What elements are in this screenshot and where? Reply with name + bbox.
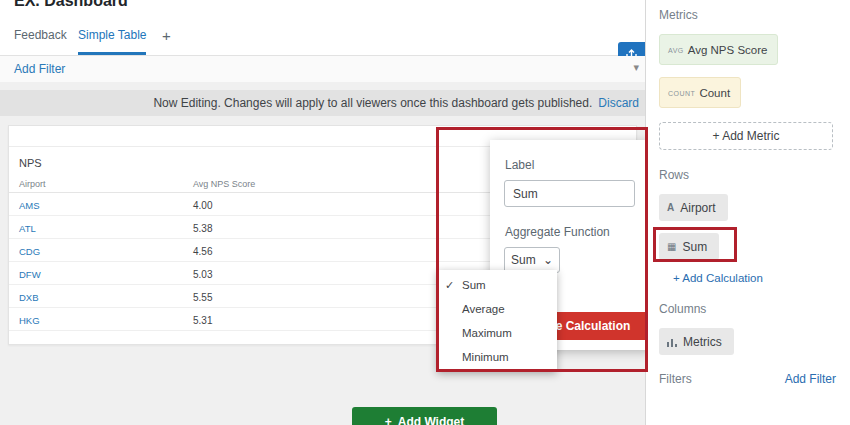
add-tab-button[interactable]: + [162, 16, 171, 55]
discard-link[interactable]: Discard [598, 96, 639, 110]
score-value: 4.00 [193, 200, 212, 211]
airport-link[interactable]: DXB [19, 292, 39, 303]
sidebar-add-filter-link[interactable]: Add Filter [785, 372, 836, 386]
row-chip-airport[interactable]: A Airport [659, 194, 728, 221]
dropdown-option-maximum[interactable]: Maximum [437, 321, 557, 345]
score-value: 5.38 [193, 223, 212, 234]
column-chip-label: Metrics [683, 335, 722, 349]
dropdown-option-label: Maximum [462, 327, 512, 339]
aggregate-function-heading: Aggregate Function [505, 225, 650, 239]
label-heading: Label [505, 158, 650, 172]
metric-type-tag: COUNT [668, 90, 695, 97]
metrics-heading: Metrics [659, 8, 850, 22]
column-chip-metrics[interactable]: Metrics [659, 328, 734, 355]
dropdown-option-label: Minimum [462, 351, 509, 363]
row-chip-label: Airport [680, 201, 715, 215]
check-icon: ✓ [445, 273, 454, 297]
metric-label: Count [699, 87, 730, 99]
metric-type-tag: AVG [668, 47, 684, 54]
airport-link[interactable]: AMS [19, 200, 40, 211]
plus-icon: + [385, 415, 392, 425]
metric-label: Avg NPS Score [688, 44, 768, 56]
column-header-airport: Airport [9, 175, 193, 192]
grid-icon: ▦ [667, 241, 676, 252]
dashboard-title: EX. Dashboard [14, 0, 128, 10]
filter-bar: Add Filter ▾ [0, 56, 645, 82]
dropdown-option-label: Sum [462, 279, 486, 291]
row-chip-sum[interactable]: ▦ Sum [659, 233, 719, 260]
filters-row: Filters Add Filter [659, 372, 836, 386]
row-chip-label: Sum [682, 240, 707, 254]
filters-heading: Filters [659, 372, 692, 386]
columns-heading: Columns [659, 302, 850, 316]
aggregate-selected-value: Sum [511, 253, 536, 267]
dropdown-option-label: Average [462, 303, 505, 315]
tab-bar: Feedback Simple Table + [0, 16, 645, 56]
airport-link[interactable]: CDG [19, 246, 40, 257]
score-value: 5.55 [193, 292, 212, 303]
add-filter-link[interactable]: Add Filter [14, 62, 65, 76]
text-field-icon: A [667, 202, 674, 213]
editing-banner-message: Now Editing. Changes will apply to all v… [153, 96, 592, 110]
screen: EX. Dashboard Feedback Simple Table + Ad… [0, 0, 850, 425]
airport-link[interactable]: ATL [19, 223, 36, 234]
dropdown-option-minimum[interactable]: Minimum [437, 345, 557, 369]
add-widget-button[interactable]: + Add Widget [352, 407, 497, 425]
dropdown-option-average[interactable]: Average [437, 297, 557, 321]
airport-link[interactable]: DFW [19, 269, 41, 280]
add-metric-button[interactable]: + Add Metric [659, 122, 833, 150]
chevron-down-icon[interactable]: ▾ [633, 61, 639, 74]
score-value: 4.56 [193, 246, 212, 257]
score-value: 5.31 [193, 315, 212, 326]
metric-count[interactable]: COUNTCount [659, 77, 741, 108]
label-input[interactable] [504, 180, 635, 207]
select-caret-icon: ⌄ [543, 253, 553, 267]
dropdown-option-sum[interactable]: ✓ Sum [437, 273, 557, 297]
airport-link[interactable]: HKG [19, 315, 40, 326]
metric-avg-nps-score[interactable]: AVGAvg NPS Score [659, 34, 778, 65]
app-header: EX. Dashboard [0, 0, 645, 16]
rows-heading: Rows [659, 168, 850, 182]
editing-banner: Now Editing. Changes will apply to all v… [0, 90, 645, 116]
add-widget-label: Add Widget [398, 415, 465, 425]
bar-chart-icon [667, 337, 677, 347]
aggregate-dropdown-menu: ✓ Sum Average Maximum Minimum [437, 270, 557, 372]
score-value: 5.03 [193, 269, 212, 280]
tab-simple-table[interactable]: Simple Table [78, 16, 146, 55]
tab-feedback[interactable]: Feedback [14, 16, 67, 55]
add-calculation-link[interactable]: + Add Calculation [673, 272, 850, 284]
settings-sidebar: Metrics AVGAvg NPS Score COUNTCount + Ad… [645, 0, 850, 425]
